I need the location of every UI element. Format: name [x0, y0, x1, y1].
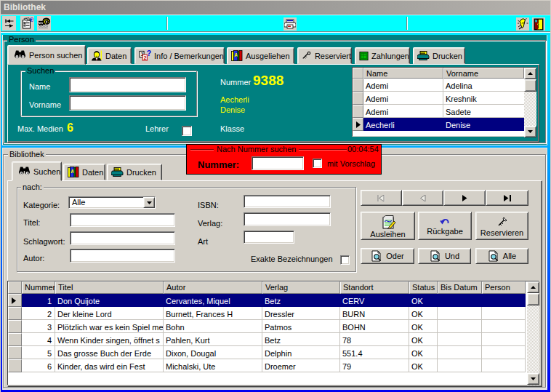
svg-text:?: ? — [147, 50, 151, 57]
svg-text:1: 1 — [31, 17, 33, 22]
svg-text:A: A — [234, 52, 238, 57]
svg-text:A: A — [71, 169, 74, 174]
